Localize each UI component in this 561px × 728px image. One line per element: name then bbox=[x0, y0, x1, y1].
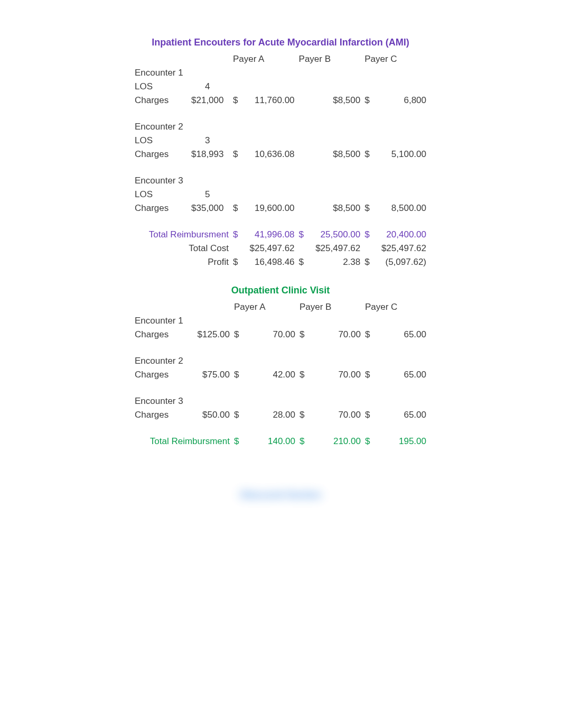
payer-a-value: 11,760.00 bbox=[244, 94, 296, 107]
header-payer-a: Payer A bbox=[231, 52, 297, 66]
profit-c: (5,097.62) bbox=[376, 255, 429, 269]
total-cost-c: $25,497.62 bbox=[376, 242, 429, 255]
charges-label: Charges bbox=[133, 148, 184, 161]
payer-c-value: 6,800 bbox=[376, 94, 429, 107]
payer-c-value: 5,100.00 bbox=[376, 148, 429, 161]
currency-symbol: $ bbox=[231, 94, 244, 107]
payer-header-row: Payer A Payer B Payer C bbox=[133, 52, 428, 66]
total-reimb-a: 41,996.08 bbox=[244, 228, 296, 242]
currency-symbol: $ bbox=[297, 408, 311, 422]
outpatient-title: Outpatient Clinic Visit bbox=[42, 285, 519, 296]
payer-header-row: Payer A Payer B Payer C bbox=[133, 300, 428, 314]
currency-symbol: $ bbox=[362, 94, 376, 107]
table-row: Charges $75.00 $ 42.00 $ 70.00 $ 65.00 bbox=[133, 368, 428, 382]
charges-value: $125.00 bbox=[185, 328, 232, 342]
total-reimb-a: 140.00 bbox=[246, 435, 297, 448]
table-row: Charges $18,993 $ 10,636.08 $8,500 $ 5,1… bbox=[133, 148, 428, 161]
los-value: 4 bbox=[184, 80, 231, 94]
payer-a-value: 10,636.08 bbox=[244, 148, 296, 161]
outpatient-section: Outpatient Clinic Visit Payer A Payer B … bbox=[42, 285, 519, 474]
payer-a-value: 19,600.00 bbox=[244, 201, 296, 215]
currency-symbol: $ bbox=[362, 255, 376, 269]
total-cost-b: $25,497.62 bbox=[310, 242, 362, 255]
currency-symbol: $ bbox=[232, 435, 246, 448]
header-payer-a: Payer A bbox=[232, 300, 297, 314]
payer-b-value: 70.00 bbox=[311, 408, 363, 422]
charges-label: Charges bbox=[133, 201, 184, 215]
currency-symbol: $ bbox=[363, 368, 377, 382]
encounter-name: Encounter 1 bbox=[133, 314, 232, 328]
encounter-name: Encounter 1 bbox=[133, 66, 231, 80]
payer-b-value: 70.00 bbox=[311, 368, 363, 382]
table-row: LOS 5 bbox=[133, 188, 428, 201]
charges-label: Charges bbox=[133, 368, 185, 382]
profit-a: 16,498.46 bbox=[244, 255, 296, 269]
currency-symbol: $ bbox=[297, 255, 310, 269]
table-row: Encounter 3 bbox=[133, 394, 428, 408]
table-row: Encounter 3 bbox=[133, 174, 428, 188]
header-payer-b: Payer B bbox=[297, 52, 363, 66]
table-row: Encounter 1 bbox=[133, 314, 428, 328]
payer-c-value: 65.00 bbox=[377, 408, 428, 422]
header-payer-c: Payer C bbox=[362, 52, 428, 66]
payer-b-value: $8,500 bbox=[310, 94, 362, 107]
blurred-table bbox=[133, 505, 428, 640]
encounter-name: Encounter 2 bbox=[133, 120, 231, 134]
encounter-name: Encounter 3 bbox=[133, 394, 232, 408]
table-row: Encounter 2 bbox=[133, 354, 428, 368]
inpatient-title: Inpatient Encouters for Acute Myocardial… bbox=[42, 37, 519, 48]
profit-row: Profit $ 16,498.46 $ 2.38 $ (5,097.62) bbox=[133, 255, 428, 269]
table-row: Encounter 2 bbox=[133, 120, 428, 134]
currency-symbol: $ bbox=[231, 148, 244, 161]
charges-value: $21,000 bbox=[184, 94, 231, 107]
currency-symbol: $ bbox=[231, 228, 244, 242]
payer-a-value: 70.00 bbox=[246, 328, 297, 342]
payer-c-value: 65.00 bbox=[377, 368, 428, 382]
table-row: Charges $21,000 $ 11,760.00 $8,500 $ 6,8… bbox=[133, 94, 428, 107]
total-reimbursement-row: Total Reimbursment $ 140.00 $ 210.00 $ 1… bbox=[133, 435, 428, 448]
blurred-section: Obscured Section bbox=[42, 490, 519, 640]
total-reimb-b: 210.00 bbox=[311, 435, 363, 448]
payer-a-value: 28.00 bbox=[246, 408, 297, 422]
table-row: Charges $50.00 $ 28.00 $ 70.00 $ 65.00 bbox=[133, 408, 428, 422]
total-cost-a: $25,497.62 bbox=[244, 242, 296, 255]
los-label: LOS bbox=[133, 80, 184, 94]
currency-symbol: $ bbox=[363, 435, 377, 448]
currency-symbol: $ bbox=[232, 368, 246, 382]
payer-b-value: 70.00 bbox=[311, 328, 363, 342]
charges-value: $50.00 bbox=[185, 408, 232, 422]
los-label: LOS bbox=[133, 134, 184, 148]
payer-c-value: 8,500.00 bbox=[376, 201, 429, 215]
los-label: LOS bbox=[133, 188, 184, 201]
profit-label: Profit bbox=[133, 255, 231, 269]
table-row: Charges $35,000 $ 19,600.00 $8,500 $ 8,5… bbox=[133, 201, 428, 215]
total-reimb-label: Total Reimbursment bbox=[133, 435, 232, 448]
currency-symbol: $ bbox=[232, 328, 246, 342]
los-value: 5 bbox=[184, 188, 231, 201]
total-reimb-label: Total Reimbursment bbox=[133, 228, 231, 242]
payer-b-value: $8,500 bbox=[310, 148, 362, 161]
currency-symbol: $ bbox=[363, 408, 377, 422]
inpatient-section: Inpatient Encouters for Acute Myocardial… bbox=[42, 37, 519, 269]
charges-label: Charges bbox=[133, 94, 184, 107]
charges-value: $18,993 bbox=[184, 148, 231, 161]
total-reimb-b: 25,500.00 bbox=[310, 228, 362, 242]
total-reimb-c: 195.00 bbox=[377, 435, 428, 448]
table-row: Charges $125.00 $ 70.00 $ 70.00 $ 65.00 bbox=[133, 328, 428, 342]
header-payer-b: Payer B bbox=[297, 300, 363, 314]
currency-symbol: $ bbox=[297, 228, 310, 242]
blurred-title: Obscured Section bbox=[42, 490, 519, 501]
table-row: Encounter 1 bbox=[133, 66, 428, 80]
payer-c-value: 65.00 bbox=[377, 328, 428, 342]
charges-value: $35,000 bbox=[184, 201, 231, 215]
profit-b: 2.38 bbox=[310, 255, 362, 269]
charges-label: Charges bbox=[133, 408, 185, 422]
currency-symbol: $ bbox=[297, 368, 311, 382]
encounter-name: Encounter 2 bbox=[133, 354, 232, 368]
table-row: LOS 3 bbox=[133, 134, 428, 148]
charges-label: Charges bbox=[133, 328, 185, 342]
charges-value: $75.00 bbox=[185, 368, 232, 382]
header-payer-c: Payer C bbox=[363, 300, 428, 314]
currency-symbol: $ bbox=[362, 201, 376, 215]
currency-symbol: $ bbox=[362, 228, 376, 242]
